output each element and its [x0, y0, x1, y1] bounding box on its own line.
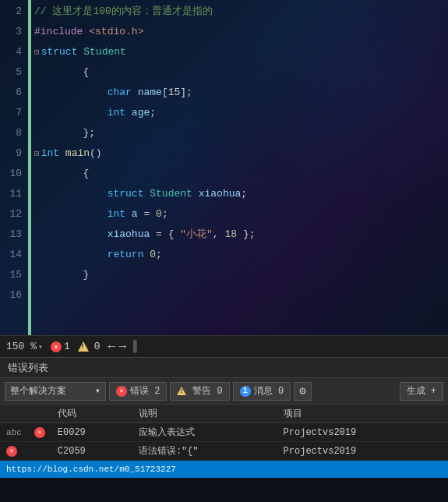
num-return-zero: 0 — [150, 245, 156, 265]
keyword-char: char — [108, 83, 132, 103]
var-age: age — [132, 103, 150, 123]
tool-settings-btn[interactable]: ⚙ — [294, 382, 311, 401]
solution-dropdown-icon: ▾ — [95, 385, 101, 397]
error-icon: ✕ — [51, 341, 62, 352]
collapse-icon-9[interactable]: ⊟ — [34, 143, 40, 164]
nav-left-arrow[interactable]: ← — [108, 340, 116, 354]
fn-main: main — [65, 143, 90, 164]
col-icon2-header — [28, 405, 51, 423]
collapse-icon-4[interactable]: ⊟ — [34, 42, 40, 62]
keyword-int-age: int — [108, 103, 125, 123]
error-toolbar: 整个解决方案 ▾ ✕ 错误 2 警告 0 i 消息 0 ⚙ 生成 + — [0, 378, 448, 405]
url-text: https://blog.csdn.net/m0_51723227 — [6, 465, 176, 474]
nav-extra: ▐ — [129, 340, 137, 354]
col-code-header: 代码 — [51, 405, 132, 423]
code-line-11: struct Student xiaohua ; — [34, 184, 448, 204]
row1-code: E0029 — [51, 423, 132, 442]
error-btn-label: 错误 2 — [130, 384, 160, 398]
code-comment: // 这里才是100的内容；普通才是指的 — [34, 2, 213, 22]
col-icon-header — [0, 405, 28, 423]
code-line-6: char name [15]; — [34, 83, 448, 103]
row2-type-icon1: ✕ — [0, 442, 28, 461]
code-editor: 2 3 4 5 6 7 8 9 10 11 12 13 14 15 16 // … — [0, 0, 448, 335]
code-line-13: xiaohua = { "小花" , 18 }; — [34, 224, 448, 245]
code-line-9: ⊟ int main () — [34, 143, 448, 164]
str-xiaohua: "小花" — [180, 224, 213, 245]
message-btn-label: 消息 0 — [254, 384, 284, 398]
row2-error-dot: ✕ — [6, 446, 17, 457]
var-xiaohua-assign: xiaohua — [108, 224, 150, 245]
zoom-value: 150 % — [6, 341, 37, 352]
row1-type-icon1: abc — [0, 423, 28, 442]
row1-description: 应输入表达式 — [132, 423, 277, 442]
message-filter-btn[interactable]: i 消息 0 — [233, 382, 291, 401]
nav-right-arrow[interactable]: → — [118, 340, 126, 354]
error-list-header: 错误列表 — [0, 358, 448, 378]
code-line-15: } — [34, 265, 448, 285]
type-student-2: Student — [150, 184, 192, 204]
type-student: Student — [83, 42, 126, 62]
url-bar[interactable]: https://blog.csdn.net/m0_51723227 — [0, 461, 448, 478]
nav-arrows: ← → ▐ — [108, 340, 137, 354]
row2-project: Projectvs2019 — [277, 442, 448, 461]
warning-count: 0 — [94, 341, 101, 352]
row1-project: Projectvs2019 — [277, 423, 448, 442]
row2-code: C2059 — [51, 442, 132, 461]
zoom-level[interactable]: 150 % ▾ — [6, 341, 43, 352]
green-indicator-bar — [28, 0, 31, 335]
error-list-title: 错误列表 — [8, 361, 48, 375]
status-bar: 150 % ▾ ✕ 1 0 ← → ▐ — [0, 335, 448, 357]
code-line-7: int age ; — [34, 103, 448, 123]
code-line-12: int a = 0 ; — [34, 204, 448, 224]
num-18: 18 — [224, 224, 237, 245]
row1-type-icon2: ✕ — [28, 423, 51, 442]
var-xiaohua: xiaohua — [199, 184, 242, 204]
table-row[interactable]: ✕ C2059 语法错误:"{" Projectvs2019 — [0, 442, 448, 461]
code-line-3: #include <stdio.h> — [34, 22, 448, 42]
code-line-5: { — [34, 62, 448, 83]
warning-btn-icon — [177, 387, 186, 395]
error-status: ✕ 1 — [51, 341, 70, 352]
var-name: name — [138, 83, 162, 103]
code-line-8: }; — [34, 123, 448, 143]
zoom-dropdown-arrow: ▾ — [38, 342, 43, 352]
build-btn[interactable]: 生成 + — [400, 382, 443, 401]
num-zero: 0 — [156, 204, 162, 224]
row2-description: 语法错误:"{" — [132, 442, 277, 461]
col-description-header: 说明 — [132, 405, 277, 423]
keyword-int-main: int — [41, 143, 59, 164]
code-content: // 这里才是100的内容；普通才是指的 #include <stdio.h> … — [31, 0, 448, 335]
build-btn-label: 生成 + — [407, 384, 436, 398]
keyword-include: #include — [34, 22, 83, 42]
warning-btn-label: 警告 0 — [192, 384, 222, 398]
include-path: <stdio.h> — [89, 22, 143, 42]
var-a: a — [132, 204, 138, 224]
code-line-4: ⊟ struct Student — [34, 42, 448, 62]
warning-status: 0 — [78, 341, 101, 352]
col-project-header: 项目 — [277, 405, 448, 423]
keyword-struct-2: struct — [108, 184, 144, 204]
abc-icon: abc — [6, 428, 22, 437]
code-line-2: // 这里才是100的内容；普通才是指的 — [34, 2, 448, 22]
code-line-14: return 0 ; — [34, 245, 448, 265]
solution-label: 整个解决方案 — [10, 384, 66, 398]
row1-error-dot: ✕ — [34, 427, 45, 438]
error-list-panel: 错误列表 整个解决方案 ▾ ✕ 错误 2 警告 0 i 消息 0 ⚙ 生成 + — [0, 357, 448, 478]
code-line-16 — [34, 285, 448, 306]
line-numbers: 2 3 4 5 6 7 8 9 10 11 12 13 14 15 16 — [0, 0, 28, 335]
row2-type-icon2 — [28, 442, 51, 461]
warning-icon — [78, 341, 89, 352]
keyword-return: return — [108, 245, 144, 265]
code-line-10: { — [34, 164, 448, 184]
table-row[interactable]: abc ✕ E0029 应输入表达式 Projectvs2019 — [0, 423, 448, 442]
warning-filter-btn[interactable]: 警告 0 — [170, 382, 229, 401]
error-count: 1 — [64, 341, 70, 352]
keyword-struct: struct — [41, 42, 78, 62]
error-btn-icon: ✕ — [116, 386, 127, 397]
solution-dropdown[interactable]: 整个解决方案 ▾ — [5, 382, 106, 401]
keyword-int-a: int — [108, 204, 125, 224]
info-btn-icon: i — [240, 386, 251, 397]
tool-icon: ⚙ — [299, 384, 305, 398]
error-filter-btn[interactable]: ✕ 错误 2 — [109, 382, 167, 401]
error-table: 代码 说明 项目 abc ✕ E0029 应输入表达式 Projectvs201… — [0, 405, 448, 461]
